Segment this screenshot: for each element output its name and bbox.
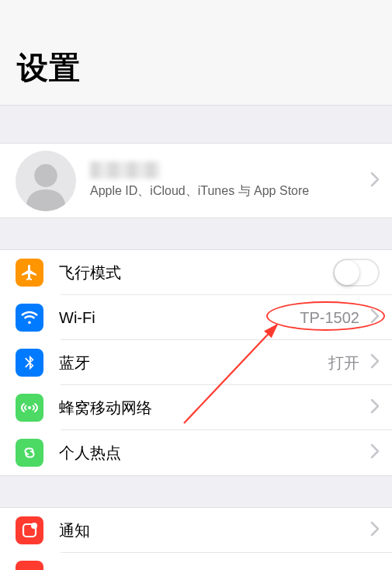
- hotspot-label: 个人热点: [59, 443, 363, 464]
- cellular-icon: [16, 394, 43, 422]
- bluetooth-row[interactable]: 蓝牙 打开: [0, 340, 392, 385]
- chevron-right-icon: [370, 521, 380, 540]
- partial-icon: [16, 561, 43, 570]
- notifications-row[interactable]: 通知: [0, 508, 392, 553]
- svg-point-0: [34, 164, 57, 187]
- svg-point-1: [28, 406, 31, 409]
- wifi-row[interactable]: Wi-Fi TP-1502: [0, 295, 392, 340]
- page-title: 设置: [17, 47, 375, 89]
- toggle-knob: [335, 260, 359, 285]
- hotspot-icon: [16, 439, 43, 467]
- bluetooth-label: 蓝牙: [59, 353, 328, 374]
- wifi-value: TP-1502: [300, 309, 359, 327]
- airplane-mode-toggle[interactable]: [333, 259, 380, 287]
- bluetooth-icon: [16, 349, 43, 377]
- airplane-mode-row[interactable]: 飞行模式: [0, 250, 392, 295]
- profile-subtitle: Apple ID、iCloud、iTunes 与 App Store: [90, 183, 363, 200]
- profile-name-redacted: [90, 162, 160, 179]
- bluetooth-value: 打开: [328, 353, 359, 374]
- profile-row[interactable]: Apple ID、iCloud、iTunes 与 App Store: [0, 144, 392, 217]
- hotspot-row[interactable]: 个人热点: [0, 430, 392, 475]
- wifi-icon: [16, 304, 43, 332]
- section-spacer: [0, 475, 392, 508]
- profile-text: Apple ID、iCloud、iTunes 与 App Store: [90, 162, 363, 200]
- notifications-label: 通知: [59, 520, 363, 541]
- airplane-mode-label: 飞行模式: [59, 262, 333, 283]
- section-spacer: [0, 105, 392, 144]
- chevron-right-icon: [370, 398, 380, 417]
- avatar: [16, 151, 76, 211]
- airplane-icon: [16, 259, 43, 287]
- section-spacer: [0, 217, 392, 250]
- wifi-label: Wi-Fi: [59, 309, 300, 327]
- notifications-icon: [16, 516, 43, 544]
- cellular-label: 蜂窝移动网络: [59, 398, 363, 419]
- svg-point-3: [31, 523, 37, 529]
- chevron-right-icon: [370, 172, 380, 190]
- partial-row[interactable]: [0, 553, 392, 570]
- cellular-row[interactable]: 蜂窝移动网络: [0, 385, 392, 430]
- chevron-right-icon: [370, 308, 380, 327]
- chevron-right-icon: [370, 443, 380, 462]
- header: 设置: [0, 0, 392, 105]
- chevron-right-icon: [370, 353, 380, 372]
